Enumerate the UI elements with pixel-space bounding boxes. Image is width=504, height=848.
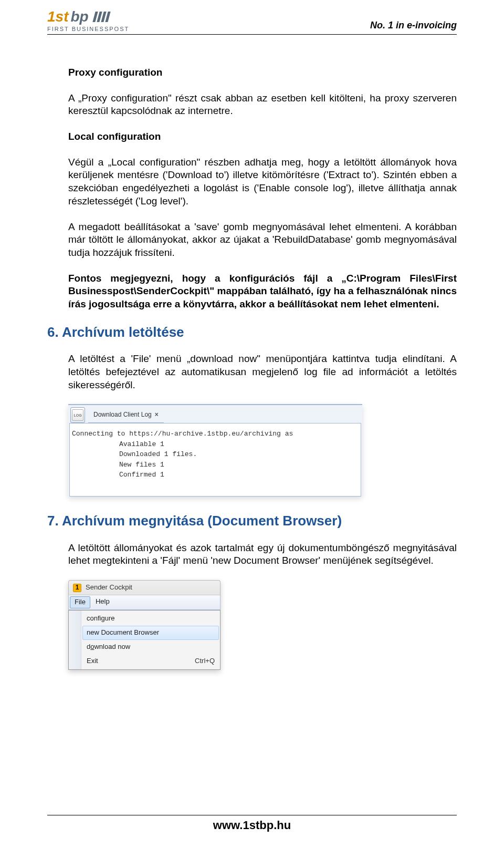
proxy-config-heading: Proxy configuration — [68, 66, 457, 79]
section-6-heading: 6. Archívum letöltése — [47, 324, 457, 342]
log-left-button[interactable]: LOG — [70, 407, 85, 423]
menu-item-configure[interactable]: configure — [82, 612, 219, 626]
close-icon[interactable]: × — [155, 411, 159, 419]
logo-text-b: bp — [70, 9, 88, 24]
proxy-config-paragraph: A „Proxy configuration" részt csak abban… — [68, 92, 457, 118]
log-tab[interactable]: Download Client Log × — [88, 407, 164, 423]
log-line-2: Available 1 — [119, 439, 359, 450]
tagline: No. 1 in e-invoicing — [370, 20, 457, 32]
log-tab-label: Download Client Log — [93, 411, 152, 419]
menu-file[interactable]: File — [70, 596, 90, 608]
menu-item-exit-shortcut: Ctrl+Q — [195, 657, 215, 666]
section-6-paragraph: A letöltést a 'File' menü „download now"… — [68, 353, 457, 391]
menu-item-download-now[interactable]: download now — [82, 640, 219, 654]
menu-help[interactable]: Help — [90, 595, 115, 609]
log-line-4: New files 1 — [119, 460, 359, 470]
menubar: File Help — [68, 595, 220, 610]
window-titlebar: 1 Sender Cockpit — [68, 580, 220, 595]
local-config-paragraph-3: Fontos megjegyezni, hogy a konfigurációs… — [68, 272, 457, 311]
local-config-paragraph-2: A megadott beállításokat a 'save' gomb m… — [68, 221, 457, 260]
local-config-paragraph-1: Végül a „Local configuration" részben ad… — [68, 156, 457, 208]
menu-item-exit-label: Exit — [87, 657, 98, 666]
local-config-heading: Local configuration — [68, 130, 457, 143]
footer-url: www.1stbp.hu — [47, 815, 457, 832]
log-body: Connecting to https://hu-archive.1stbp.e… — [69, 423, 361, 497]
logo-subtitle: FIRST BUSINESSPOST — [47, 26, 129, 32]
log-line-5: Confirmed 1 — [119, 470, 359, 480]
menu-item-configure-label: configure — [87, 614, 114, 623]
log-line-3: Downloaded 1 files. — [119, 449, 359, 460]
log-screenshot: LOG Download Client Log × Connecting to … — [68, 404, 457, 497]
section-7-paragraph: A letöltött állományokat és azok tartalm… — [68, 542, 457, 567]
logo: 1stbp FIRST BUSINESSPOST — [47, 9, 129, 32]
menu-item-new-document-browser-label: new Document Browser — [87, 628, 159, 637]
menu-screenshot: 1 Sender Cockpit File Help configure new… — [68, 580, 457, 669]
section-7-heading: 7. Archívum megnyitása (Document Browser… — [47, 512, 457, 530]
menu-gutter — [69, 611, 81, 669]
app-icon: 1 — [73, 584, 81, 592]
logo-bars-icon — [92, 12, 110, 22]
menu-item-download-now-label: download now — [87, 643, 130, 651]
log-line-1: Connecting to https://hu-archive.1stbp.e… — [72, 429, 359, 439]
logo-text-a: 1st — [47, 9, 68, 24]
page-header: 1stbp FIRST BUSINESSPOST No. 1 in e-invo… — [47, 9, 457, 35]
window-title: Sender Cockpit — [86, 583, 132, 592]
file-dropdown: configure new Document Browser download … — [68, 610, 220, 670]
menu-item-new-document-browser[interactable]: new Document Browser — [82, 626, 219, 640]
log-icon: LOG — [72, 409, 83, 421]
menu-item-exit[interactable]: Exit Ctrl+Q — [82, 654, 219, 668]
